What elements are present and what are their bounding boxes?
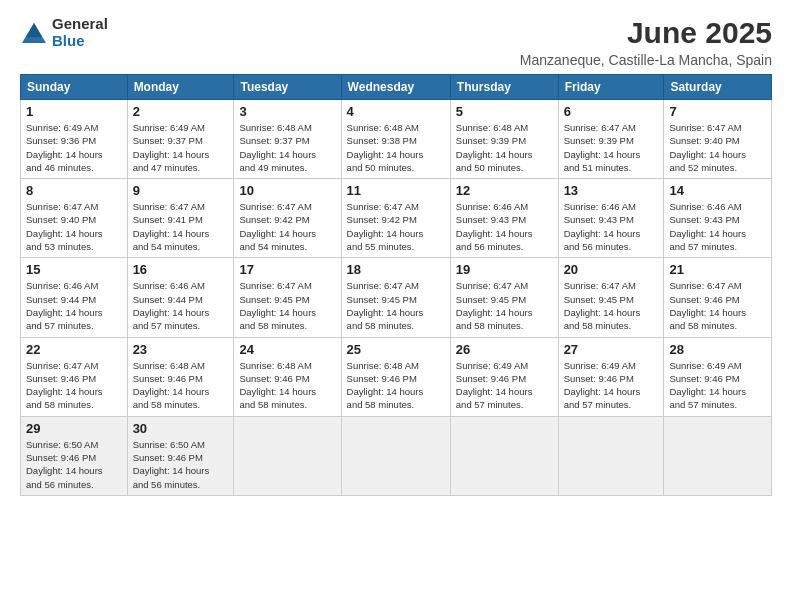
table-row: 3Sunrise: 6:48 AM Sunset: 9:37 PM Daylig… <box>234 100 341 179</box>
day-number: 12 <box>456 183 553 198</box>
table-row: 30Sunrise: 6:50 AM Sunset: 9:46 PM Dayli… <box>127 416 234 495</box>
col-monday: Monday <box>127 75 234 100</box>
table-row: 25Sunrise: 6:48 AM Sunset: 9:46 PM Dayli… <box>341 337 450 416</box>
day-info: Sunrise: 6:48 AM Sunset: 9:46 PM Dayligh… <box>133 359 229 412</box>
main-title: June 2025 <box>520 16 772 50</box>
day-info: Sunrise: 6:47 AM Sunset: 9:46 PM Dayligh… <box>26 359 122 412</box>
day-info: Sunrise: 6:46 AM Sunset: 9:43 PM Dayligh… <box>456 200 553 253</box>
svg-marker-1 <box>26 23 42 37</box>
day-number: 8 <box>26 183 122 198</box>
day-info: Sunrise: 6:47 AM Sunset: 9:39 PM Dayligh… <box>564 121 659 174</box>
table-row: 28Sunrise: 6:49 AM Sunset: 9:46 PM Dayli… <box>664 337 772 416</box>
day-number: 22 <box>26 342 122 357</box>
day-info: Sunrise: 6:48 AM Sunset: 9:46 PM Dayligh… <box>239 359 335 412</box>
subtitle: Manzaneque, Castille-La Mancha, Spain <box>520 52 772 68</box>
day-number: 10 <box>239 183 335 198</box>
table-row: 10Sunrise: 6:47 AM Sunset: 9:42 PM Dayli… <box>234 179 341 258</box>
table-row <box>558 416 664 495</box>
table-row: 11Sunrise: 6:47 AM Sunset: 9:42 PM Dayli… <box>341 179 450 258</box>
table-row: 12Sunrise: 6:46 AM Sunset: 9:43 PM Dayli… <box>450 179 558 258</box>
logo-icon <box>20 19 48 47</box>
day-number: 20 <box>564 262 659 277</box>
table-row: 14Sunrise: 6:46 AM Sunset: 9:43 PM Dayli… <box>664 179 772 258</box>
table-row: 5Sunrise: 6:48 AM Sunset: 9:39 PM Daylig… <box>450 100 558 179</box>
day-info: Sunrise: 6:46 AM Sunset: 9:43 PM Dayligh… <box>669 200 766 253</box>
header-row: Sunday Monday Tuesday Wednesday Thursday… <box>21 75 772 100</box>
table-row: 1Sunrise: 6:49 AM Sunset: 9:36 PM Daylig… <box>21 100 128 179</box>
day-info: Sunrise: 6:47 AM Sunset: 9:40 PM Dayligh… <box>669 121 766 174</box>
day-number: 14 <box>669 183 766 198</box>
table-row: 22Sunrise: 6:47 AM Sunset: 9:46 PM Dayli… <box>21 337 128 416</box>
table-row <box>450 416 558 495</box>
table-row: 6Sunrise: 6:47 AM Sunset: 9:39 PM Daylig… <box>558 100 664 179</box>
calendar-week-5: 29Sunrise: 6:50 AM Sunset: 9:46 PM Dayli… <box>21 416 772 495</box>
table-row: 13Sunrise: 6:46 AM Sunset: 9:43 PM Dayli… <box>558 179 664 258</box>
day-info: Sunrise: 6:47 AM Sunset: 9:46 PM Dayligh… <box>669 279 766 332</box>
calendar: Sunday Monday Tuesday Wednesday Thursday… <box>20 74 772 496</box>
table-row: 21Sunrise: 6:47 AM Sunset: 9:46 PM Dayli… <box>664 258 772 337</box>
day-info: Sunrise: 6:49 AM Sunset: 9:46 PM Dayligh… <box>564 359 659 412</box>
day-info: Sunrise: 6:47 AM Sunset: 9:45 PM Dayligh… <box>347 279 445 332</box>
table-row: 27Sunrise: 6:49 AM Sunset: 9:46 PM Dayli… <box>558 337 664 416</box>
day-number: 1 <box>26 104 122 119</box>
table-row: 24Sunrise: 6:48 AM Sunset: 9:46 PM Dayli… <box>234 337 341 416</box>
col-friday: Friday <box>558 75 664 100</box>
day-info: Sunrise: 6:48 AM Sunset: 9:37 PM Dayligh… <box>239 121 335 174</box>
day-info: Sunrise: 6:47 AM Sunset: 9:45 PM Dayligh… <box>456 279 553 332</box>
day-number: 21 <box>669 262 766 277</box>
logo-blue-text: Blue <box>52 33 108 50</box>
day-number: 28 <box>669 342 766 357</box>
col-saturday: Saturday <box>664 75 772 100</box>
calendar-week-1: 1Sunrise: 6:49 AM Sunset: 9:36 PM Daylig… <box>21 100 772 179</box>
day-number: 6 <box>564 104 659 119</box>
day-info: Sunrise: 6:47 AM Sunset: 9:40 PM Dayligh… <box>26 200 122 253</box>
day-info: Sunrise: 6:47 AM Sunset: 9:45 PM Dayligh… <box>239 279 335 332</box>
table-row: 8Sunrise: 6:47 AM Sunset: 9:40 PM Daylig… <box>21 179 128 258</box>
day-number: 25 <box>347 342 445 357</box>
col-thursday: Thursday <box>450 75 558 100</box>
header: General Blue June 2025 Manzaneque, Casti… <box>20 16 772 68</box>
day-number: 4 <box>347 104 445 119</box>
table-row: 7Sunrise: 6:47 AM Sunset: 9:40 PM Daylig… <box>664 100 772 179</box>
calendar-week-2: 8Sunrise: 6:47 AM Sunset: 9:40 PM Daylig… <box>21 179 772 258</box>
col-tuesday: Tuesday <box>234 75 341 100</box>
day-number: 26 <box>456 342 553 357</box>
table-row: 2Sunrise: 6:49 AM Sunset: 9:37 PM Daylig… <box>127 100 234 179</box>
table-row: 26Sunrise: 6:49 AM Sunset: 9:46 PM Dayli… <box>450 337 558 416</box>
table-row: 23Sunrise: 6:48 AM Sunset: 9:46 PM Dayli… <box>127 337 234 416</box>
day-info: Sunrise: 6:46 AM Sunset: 9:44 PM Dayligh… <box>26 279 122 332</box>
day-info: Sunrise: 6:47 AM Sunset: 9:42 PM Dayligh… <box>239 200 335 253</box>
logo: General Blue <box>20 16 108 49</box>
day-info: Sunrise: 6:49 AM Sunset: 9:46 PM Dayligh… <box>669 359 766 412</box>
table-row: 17Sunrise: 6:47 AM Sunset: 9:45 PM Dayli… <box>234 258 341 337</box>
day-info: Sunrise: 6:46 AM Sunset: 9:44 PM Dayligh… <box>133 279 229 332</box>
day-number: 9 <box>133 183 229 198</box>
day-number: 11 <box>347 183 445 198</box>
table-row <box>664 416 772 495</box>
table-row: 18Sunrise: 6:47 AM Sunset: 9:45 PM Dayli… <box>341 258 450 337</box>
calendar-week-4: 22Sunrise: 6:47 AM Sunset: 9:46 PM Dayli… <box>21 337 772 416</box>
table-row: 20Sunrise: 6:47 AM Sunset: 9:45 PM Dayli… <box>558 258 664 337</box>
col-wednesday: Wednesday <box>341 75 450 100</box>
day-info: Sunrise: 6:49 AM Sunset: 9:46 PM Dayligh… <box>456 359 553 412</box>
day-info: Sunrise: 6:47 AM Sunset: 9:45 PM Dayligh… <box>564 279 659 332</box>
calendar-week-3: 15Sunrise: 6:46 AM Sunset: 9:44 PM Dayli… <box>21 258 772 337</box>
day-info: Sunrise: 6:49 AM Sunset: 9:37 PM Dayligh… <box>133 121 229 174</box>
day-info: Sunrise: 6:47 AM Sunset: 9:42 PM Dayligh… <box>347 200 445 253</box>
table-row: 29Sunrise: 6:50 AM Sunset: 9:46 PM Dayli… <box>21 416 128 495</box>
day-info: Sunrise: 6:50 AM Sunset: 9:46 PM Dayligh… <box>26 438 122 491</box>
day-number: 24 <box>239 342 335 357</box>
day-number: 18 <box>347 262 445 277</box>
day-number: 19 <box>456 262 553 277</box>
table-row: 15Sunrise: 6:46 AM Sunset: 9:44 PM Dayli… <box>21 258 128 337</box>
day-number: 7 <box>669 104 766 119</box>
col-sunday: Sunday <box>21 75 128 100</box>
table-row <box>341 416 450 495</box>
day-number: 27 <box>564 342 659 357</box>
table-row <box>234 416 341 495</box>
day-info: Sunrise: 6:48 AM Sunset: 9:38 PM Dayligh… <box>347 121 445 174</box>
logo-general-text: General <box>52 16 108 33</box>
day-info: Sunrise: 6:48 AM Sunset: 9:46 PM Dayligh… <box>347 359 445 412</box>
table-row: 19Sunrise: 6:47 AM Sunset: 9:45 PM Dayli… <box>450 258 558 337</box>
day-info: Sunrise: 6:49 AM Sunset: 9:36 PM Dayligh… <box>26 121 122 174</box>
